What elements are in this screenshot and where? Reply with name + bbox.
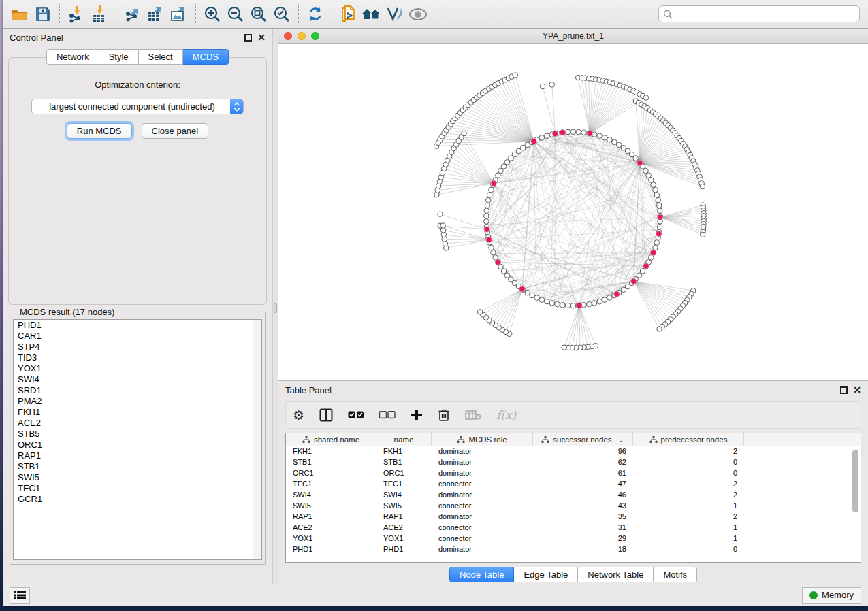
refresh-view-icon[interactable] bbox=[304, 3, 327, 25]
float-table-panel-icon[interactable] bbox=[840, 386, 848, 394]
table-cell: connector bbox=[432, 479, 533, 490]
tab-style[interactable]: Style bbox=[99, 49, 139, 65]
table-cell: 31 bbox=[533, 523, 633, 533]
table-row[interactable]: YOX1YOX1connector291 bbox=[286, 533, 861, 544]
select-all-icon[interactable] bbox=[348, 411, 364, 419]
column-header-name[interactable]: name bbox=[376, 433, 432, 446]
mcds-result-item[interactable]: SWI5 bbox=[14, 472, 261, 483]
houses-icon[interactable] bbox=[360, 3, 383, 25]
show-hide-graphics-details-icon[interactable] bbox=[406, 3, 430, 25]
mcds-result-item[interactable]: ORC1 bbox=[14, 440, 261, 450]
table-settings-gear-icon[interactable]: ⚙ bbox=[293, 409, 304, 422]
zoom-fit-icon[interactable] bbox=[247, 3, 270, 25]
table-cell: STB1 bbox=[376, 457, 432, 468]
export-table-icon[interactable] bbox=[144, 3, 167, 25]
column-header-predecessor-nodes[interactable]: predecessor nodes bbox=[633, 433, 744, 446]
mcds-result-item[interactable]: TEC1 bbox=[14, 483, 261, 494]
column-header-MCDS-role[interactable]: MCDS role bbox=[432, 433, 533, 446]
tab-network[interactable]: Network bbox=[46, 49, 99, 65]
mcds-result-item[interactable]: TID3 bbox=[14, 352, 261, 363]
tab-node-table[interactable]: Node Table bbox=[449, 567, 515, 582]
tab-mcds[interactable]: MCDS bbox=[183, 49, 229, 65]
mcds-result-list[interactable]: PHD1CAR1STP4TID3YOX1SWI4SRD1PMA2FKH1ACE2… bbox=[13, 319, 262, 560]
table-panel: Table Panel ✕ ⚙ bbox=[278, 381, 868, 584]
table-cell: dominator bbox=[432, 457, 533, 468]
delete-column-trash-icon[interactable] bbox=[438, 408, 450, 422]
mcds-list-scrollbar[interactable] bbox=[253, 320, 261, 559]
open-session-icon[interactable] bbox=[8, 3, 31, 25]
table-cell: PHD1 bbox=[286, 544, 376, 555]
float-panel-icon[interactable] bbox=[244, 34, 252, 42]
table-row[interactable]: STB1STB1dominator620 bbox=[286, 457, 861, 468]
zoom-in-icon[interactable] bbox=[201, 3, 224, 25]
tab-edge-table[interactable]: Edge Table bbox=[514, 567, 578, 582]
show-columns-icon[interactable] bbox=[319, 408, 333, 422]
import-network-icon[interactable] bbox=[65, 3, 88, 25]
close-table-panel-icon[interactable]: ✕ bbox=[853, 386, 861, 394]
close-panel-button[interactable]: Close panel bbox=[142, 123, 209, 139]
mcds-result-item[interactable]: CAR1 bbox=[14, 331, 261, 342]
task-history-button[interactable] bbox=[10, 587, 30, 604]
panel-splitter[interactable] bbox=[272, 29, 278, 584]
export-image-icon[interactable] bbox=[167, 3, 191, 25]
export-to-web-icon[interactable] bbox=[337, 3, 360, 25]
zoom-out-icon[interactable] bbox=[224, 3, 247, 25]
mcds-result-item[interactable]: STB1 bbox=[14, 461, 261, 472]
mcds-result-item[interactable]: ACE2 bbox=[14, 418, 261, 429]
tab-select[interactable]: Select bbox=[139, 49, 183, 65]
mcds-result-item[interactable]: PHD1 bbox=[14, 320, 261, 331]
column-header-successor-nodes[interactable]: successor nodes⌄ bbox=[533, 433, 633, 446]
table-row[interactable]: RAP1RAP1dominator352 bbox=[286, 512, 861, 523]
network-window-title: YPA_prune.txt_1 bbox=[278, 31, 868, 41]
table-cell: TEC1 bbox=[286, 479, 376, 490]
network-graph-canvas[interactable] bbox=[278, 44, 868, 380]
table-cell: dominator bbox=[432, 512, 533, 523]
search-input[interactable] bbox=[676, 10, 855, 19]
table-cell: 43 bbox=[533, 501, 633, 512]
table-cell: 1 bbox=[633, 533, 744, 544]
table-scrollbar[interactable] bbox=[852, 448, 859, 559]
table-cell: ORC1 bbox=[376, 468, 432, 479]
table-scrollbar-thumb[interactable] bbox=[852, 450, 858, 512]
run-mcds-button[interactable]: Run MCDS bbox=[67, 123, 132, 139]
optimization-criterion-select[interactable]: largest connected component (undirected) bbox=[31, 99, 244, 114]
table-toolbar: ⚙ bbox=[285, 401, 861, 429]
optimization-criterion-label: Optimization criterion: bbox=[9, 80, 266, 90]
memory-button[interactable]: Memory bbox=[802, 587, 861, 604]
table-cell: 1 bbox=[633, 523, 744, 533]
create-column-plus-icon[interactable] bbox=[411, 409, 423, 421]
mcds-result-item[interactable]: STB5 bbox=[14, 429, 261, 440]
mcds-result-item[interactable]: GCR1 bbox=[14, 494, 261, 505]
mcds-result-item[interactable]: RAP1 bbox=[14, 450, 261, 461]
tab-motifs[interactable]: Motifs bbox=[654, 567, 697, 582]
table-row[interactable]: FKH1FKH1dominator962 bbox=[286, 446, 861, 457]
mcds-result-item[interactable]: STP4 bbox=[14, 342, 261, 352]
export-network-icon[interactable] bbox=[121, 3, 144, 25]
table-row[interactable]: TEC1TEC1connector472 bbox=[286, 479, 861, 490]
save-session-icon[interactable] bbox=[31, 3, 54, 25]
tab-network-table[interactable]: Network Table bbox=[578, 567, 654, 582]
mcds-result-item[interactable]: SRD1 bbox=[14, 385, 261, 396]
mcds-result-item[interactable]: FKH1 bbox=[14, 407, 261, 418]
node-table-header: shared namenameMCDS rolesuccessor nodes⌄… bbox=[286, 433, 861, 446]
mcds-result-item[interactable]: YOX1 bbox=[14, 363, 261, 374]
table-cell: SWI4 bbox=[376, 490, 432, 501]
zoom-selected-icon[interactable] bbox=[270, 3, 293, 25]
table-row[interactable]: SWI5SWI5connector431 bbox=[286, 501, 861, 512]
splitter-grip[interactable] bbox=[274, 303, 277, 313]
close-panel-icon[interactable]: ✕ bbox=[257, 34, 266, 42]
table-row[interactable]: SWI4SWI4dominator462 bbox=[286, 490, 861, 501]
table-cell: ORC1 bbox=[286, 468, 376, 479]
table-row[interactable]: PHD1PHD1dominator180 bbox=[286, 544, 861, 555]
search-box[interactable] bbox=[658, 5, 860, 22]
network-view-panel: YPA_prune.txt_1 bbox=[278, 29, 868, 381]
annotation-v-icon[interactable] bbox=[383, 3, 406, 25]
import-table-icon[interactable] bbox=[88, 3, 111, 25]
table-row[interactable]: ORC1ORC1dominator610 bbox=[286, 468, 861, 479]
table-cell: YOX1 bbox=[376, 533, 432, 544]
mcds-result-item[interactable]: SWI4 bbox=[14, 374, 261, 385]
column-header-shared-name[interactable]: shared name bbox=[286, 433, 376, 446]
table-row[interactable]: ACE2ACE2connector311 bbox=[286, 523, 861, 533]
mcds-result-item[interactable]: PMA2 bbox=[14, 396, 261, 407]
deselect-all-icon[interactable] bbox=[379, 411, 396, 419]
